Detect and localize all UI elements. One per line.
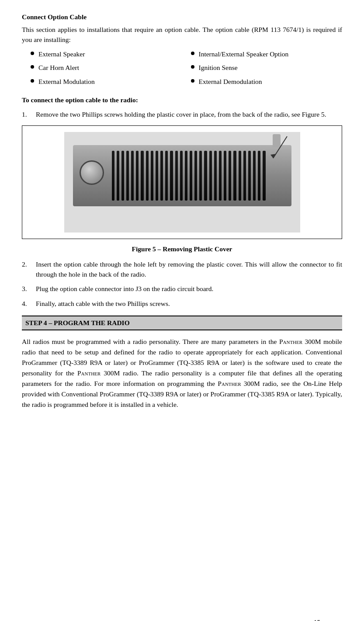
figure-caption: Figure 5 – Removing Plastic Cover bbox=[22, 245, 342, 253]
radio-grille bbox=[110, 147, 267, 204]
bullet-dot bbox=[31, 52, 34, 55]
step-2-num: 2. bbox=[22, 259, 36, 280]
bullet-dot bbox=[191, 79, 194, 83]
long-paragraph: All radios must be programmed with a rad… bbox=[22, 337, 342, 410]
bullet-item-right-1: Internal/External Speaker Option bbox=[191, 49, 343, 59]
bullet-dot bbox=[191, 65, 194, 69]
bullet-text-right-3: External Demodulation bbox=[199, 77, 262, 87]
grille-bar bbox=[160, 151, 163, 201]
grille-bar bbox=[131, 151, 134, 201]
bullet-item-left-1: External Speaker bbox=[31, 49, 182, 59]
panther-smallcaps-3: Panther bbox=[218, 380, 241, 387]
bullet-item-left-2: Car Horn Alert bbox=[31, 63, 182, 73]
step-1-text: Remove the two Phillips screws holding t… bbox=[36, 109, 342, 119]
grille-bar bbox=[170, 151, 173, 201]
bullet-col-right: Internal/External Speaker Option Ignitio… bbox=[182, 49, 343, 91]
bullet-text-left-3: External Modulation bbox=[38, 77, 95, 87]
grille-bar bbox=[243, 151, 246, 201]
step4-header: STEP 4 – PROGRAM THE RADIO bbox=[22, 316, 342, 330]
grille-bar bbox=[141, 151, 143, 201]
figure-container bbox=[22, 125, 342, 239]
bullet-col-left: External Speaker Car Horn Alert External… bbox=[22, 49, 182, 91]
step-4: 4. Finally, attach cable with the two Ph… bbox=[22, 298, 342, 309]
instruction-title: To connect the option cable to the radio… bbox=[22, 96, 342, 104]
grille-bar bbox=[151, 151, 153, 201]
grille-bar bbox=[214, 151, 217, 201]
annotation-arrow bbox=[261, 132, 296, 171]
grille-bar bbox=[194, 151, 197, 201]
radio-knob bbox=[80, 160, 104, 185]
grille-bar bbox=[121, 151, 124, 201]
grille-bar bbox=[185, 151, 187, 201]
panther-smallcaps-1: Panther bbox=[279, 338, 302, 345]
numbered-list: 1. Remove the two Phillips screws holdin… bbox=[22, 109, 342, 119]
bullet-item-right-3: External Demodulation bbox=[191, 77, 343, 87]
section-title: Connect Option Cable bbox=[22, 13, 342, 21]
grille-bar bbox=[224, 151, 226, 201]
step-1-num: 1. bbox=[22, 109, 36, 119]
step-3-num: 3. bbox=[22, 284, 36, 294]
grille-bar bbox=[233, 151, 236, 201]
grille-bar bbox=[253, 151, 256, 201]
numbered-list-rest: 2. Insert the option cable through the h… bbox=[22, 259, 342, 309]
intro-text: This section applies to installations th… bbox=[22, 24, 342, 45]
step-3: 3. Plug the option cable connector into … bbox=[22, 284, 342, 294]
bullet-text-left-1: External Speaker bbox=[38, 49, 85, 59]
bullet-dot bbox=[191, 52, 194, 55]
grille-bar bbox=[165, 151, 168, 201]
bullet-text-right-1: Internal/External Speaker Option bbox=[199, 49, 289, 59]
grille-bar bbox=[156, 151, 158, 201]
bullet-columns: External Speaker Car Horn Alert External… bbox=[22, 49, 342, 91]
bullet-item-left-3: External Modulation bbox=[31, 77, 182, 87]
grille-bar bbox=[136, 151, 139, 201]
grille-bar bbox=[258, 151, 260, 201]
bullet-text-right-2: Ignition Sense bbox=[199, 63, 238, 73]
grille-bar bbox=[204, 151, 207, 201]
page-number: 15 bbox=[314, 619, 320, 621]
step-2-text: Insert the option cable through the hole… bbox=[36, 259, 342, 280]
step-4-text: Finally, attach cable with the two Phill… bbox=[36, 298, 342, 309]
grille-bar bbox=[199, 151, 202, 201]
bullet-text-left-2: Car Horn Alert bbox=[38, 63, 79, 73]
step-3-text: Plug the option cable connector into J3 … bbox=[36, 284, 342, 294]
step-4-num: 4. bbox=[22, 298, 36, 309]
step-2: 2. Insert the option cable through the h… bbox=[22, 259, 342, 280]
grille-bar bbox=[175, 151, 178, 201]
grille-bar bbox=[190, 151, 192, 201]
grille-bar bbox=[126, 151, 129, 201]
grille-bar bbox=[229, 151, 231, 201]
bullet-item-right-2: Ignition Sense bbox=[191, 63, 343, 73]
bullet-dot bbox=[31, 65, 34, 69]
grille-bar bbox=[117, 151, 119, 201]
step-1: 1. Remove the two Phillips screws holdin… bbox=[22, 109, 342, 119]
bullet-dot bbox=[31, 79, 34, 83]
svg-marker-1 bbox=[270, 154, 276, 158]
grille-bar bbox=[248, 151, 251, 201]
grille-bar bbox=[180, 151, 183, 201]
grille-bar bbox=[146, 151, 149, 201]
grille-bar bbox=[239, 151, 241, 201]
grille-bar bbox=[209, 151, 212, 201]
page-wrapper: Connect Option Cable This section applie… bbox=[22, 13, 342, 621]
figure-image bbox=[64, 132, 300, 232]
grille-bar bbox=[219, 151, 222, 201]
panther-smallcaps-2: Panther bbox=[77, 369, 101, 377]
grille-bar bbox=[112, 151, 114, 201]
